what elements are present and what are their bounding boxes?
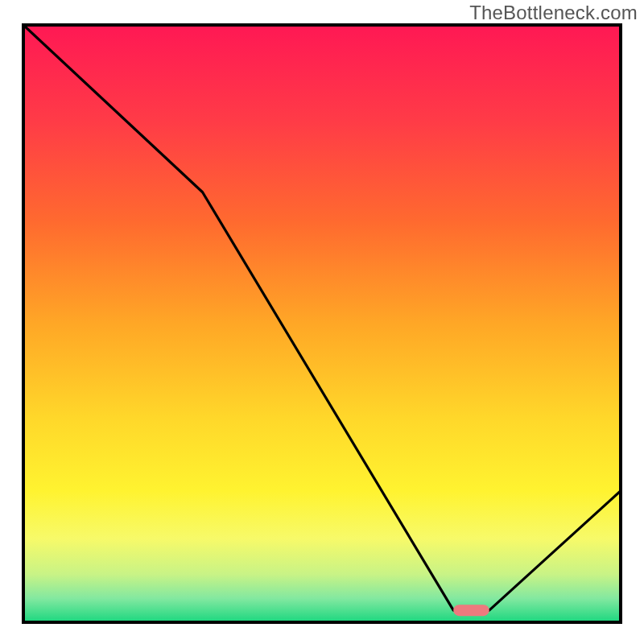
chart-svg xyxy=(0,0,644,644)
chart-container: { "watermark": "TheBottleneck.com", "col… xyxy=(0,0,644,644)
watermark-text: TheBottleneck.com xyxy=(469,2,638,24)
gradient-background xyxy=(23,25,621,622)
optimal-marker xyxy=(453,605,489,616)
